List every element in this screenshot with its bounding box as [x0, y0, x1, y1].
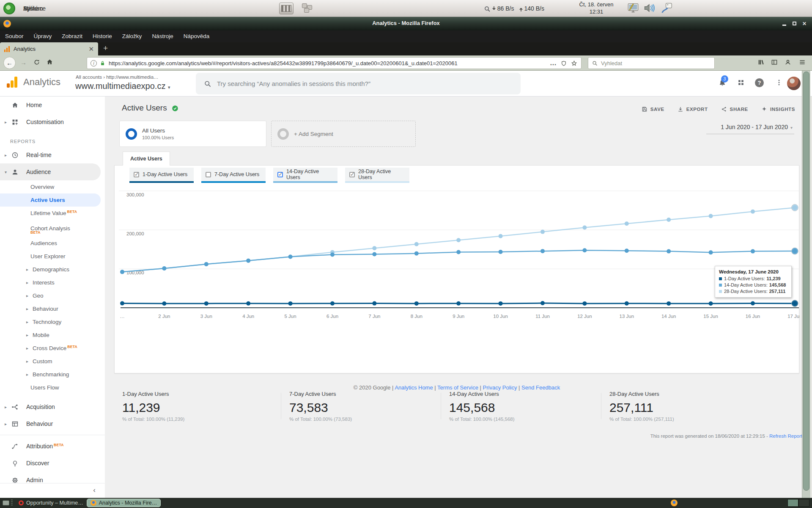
sidebar-item-demographics[interactable]: ▸Demographics	[0, 263, 105, 276]
url-text[interactable]: https://analytics.google.com/analytics/w…	[109, 60, 546, 66]
sidebar-item-discover[interactable]: Discover	[0, 455, 105, 472]
sidebar-item-custom[interactable]: ▸Custom	[0, 355, 105, 368]
checked-checkbox[interactable]: ✓	[349, 172, 355, 177]
scrollbar[interactable]	[802, 71, 810, 498]
toggle-1-day-active-users[interactable]: ✓1-Day Active Users	[129, 168, 194, 183]
unchecked-checkbox[interactable]	[206, 172, 211, 177]
chevron-right-icon[interactable]: ▸	[26, 372, 28, 377]
volume-tray-icon[interactable]	[643, 2, 655, 14]
window-titlebar[interactable]: Analytics - Mozilla Firefox ✕	[0, 17, 812, 30]
data-point[interactable]	[204, 301, 208, 306]
taskbar-window-opera[interactable]: Opportunity – Multime…	[15, 499, 87, 507]
footer-link-privacy-policy[interactable]: Privacy Policy	[483, 384, 517, 391]
sidebar-item-home[interactable]: Home	[0, 97, 105, 113]
add-segment-button[interactable]: + Add Segment	[271, 121, 416, 147]
account-icon[interactable]	[784, 58, 792, 66]
library-icon[interactable]	[757, 58, 765, 66]
data-point[interactable]	[330, 252, 335, 257]
display-settings-tray-icon[interactable]	[627, 2, 639, 14]
ga-brand[interactable]: Analytics	[7, 77, 60, 88]
sidebar-item-behaviour[interactable]: ▸Behaviour	[0, 415, 105, 432]
data-point[interactable]	[793, 205, 797, 210]
data-point[interactable]	[456, 250, 461, 254]
apps-grid-icon[interactable]	[737, 78, 745, 87]
tab-analytics[interactable]: Analytics ✕	[0, 42, 98, 55]
property-selector[interactable]: www.multimediaexpo.cz ▾	[75, 81, 170, 91]
sidebar-item-geo[interactable]: ▸Geo	[0, 289, 105, 302]
workspace-1[interactable]	[787, 499, 798, 507]
sidebar-item-behaviour[interactable]: ▸Behaviour	[0, 302, 105, 315]
data-point[interactable]	[162, 301, 166, 306]
data-point[interactable]	[120, 301, 124, 305]
menubar-item[interactable]: Soubor	[0, 30, 29, 42]
launcher-control-center-icon[interactable]	[279, 3, 294, 14]
share-button[interactable]: SHARE	[721, 106, 748, 113]
data-point[interactable]	[499, 301, 503, 306]
footer-link-analytics-home[interactable]: Analytics Home	[395, 384, 433, 391]
insights-button[interactable]: INSIGHTS	[761, 106, 795, 113]
bookmark-star-icon[interactable]	[571, 59, 578, 67]
data-point[interactable]	[667, 301, 671, 306]
clock-applet[interactable]: Čt, 18. červen 12:31	[573, 1, 620, 15]
sidebar-item-acquisition[interactable]: ▸Acquisition	[0, 398, 105, 415]
back-button[interactable]: ←	[3, 57, 16, 69]
panel-menu-systém[interactable]: Systém	[19, 0, 48, 17]
data-point[interactable]	[625, 221, 629, 226]
toggle-7-day-active-users[interactable]: 7-Day Active Users	[201, 168, 266, 183]
search-bar[interactable]: Vyhledat	[588, 57, 715, 69]
minimize-button[interactable]	[781, 21, 787, 27]
tab-close-icon[interactable]: ✕	[88, 45, 94, 53]
home-button[interactable]	[46, 58, 54, 66]
sidebar-item-audience[interactable]: ▾Audience	[0, 163, 101, 180]
chevron-right-icon[interactable]: ▸	[5, 405, 7, 409]
reload-button[interactable]	[33, 58, 41, 66]
sidebar-item-benchmarking[interactable]: ▸Benchmarking	[0, 368, 105, 381]
network-monitor-applet[interactable]: 86 B/s 140 B/s	[484, 0, 544, 17]
new-tab-button[interactable]: +	[103, 44, 108, 53]
data-point[interactable]	[582, 301, 587, 306]
chevron-right-icon[interactable]: ▸	[26, 267, 28, 272]
tab-active-users[interactable]: Active Users	[123, 152, 170, 166]
close-button[interactable]: ✕	[801, 21, 808, 27]
data-point[interactable]	[246, 259, 250, 263]
menubar-item[interactable]: Nástroje	[147, 30, 178, 42]
date-range-selector[interactable]: 1 Jun 2020 - 17 Jun 2020▾	[721, 124, 793, 130]
sidebar-collapse[interactable]: ‹	[0, 483, 105, 498]
toggle-14-day-active-users[interactable]: ✓14-Day Active Users	[273, 168, 337, 183]
sidebar-item-customisation[interactable]: ▸Customisation	[0, 113, 105, 130]
overflow-menu-icon[interactable]	[775, 78, 783, 87]
launcher-packages-icon[interactable]	[301, 3, 315, 14]
data-point[interactable]	[499, 250, 503, 254]
data-point[interactable]	[751, 301, 755, 306]
data-point[interactable]	[709, 214, 713, 218]
chevron-right-icon[interactable]: ▸	[26, 320, 28, 324]
data-point[interactable]	[330, 301, 335, 306]
workspace-2[interactable]	[798, 499, 809, 507]
data-point[interactable]	[120, 270, 124, 274]
chevron-right-icon[interactable]: ▸	[26, 293, 28, 298]
checked-checkbox[interactable]: ✓	[277, 172, 283, 177]
refresh-report-link[interactable]: Refresh Report	[769, 433, 802, 439]
data-point[interactable]	[372, 252, 376, 257]
hamburger-menu-icon[interactable]	[798, 58, 806, 66]
sidebars-icon[interactable]	[771, 58, 778, 66]
ga-search-box[interactable]: Try searching “Any anomalies in sessions…	[196, 73, 521, 94]
account-breadcrumb[interactable]: All accounts › http://www.multimedia…	[76, 75, 159, 80]
data-point[interactable]	[709, 250, 713, 254]
sidebar-item-cohort-analysis[interactable]: Cohort AnalysisBETA	[0, 220, 105, 237]
segment-all-users[interactable]: All Users 100.00% Users	[119, 121, 266, 147]
chevron-right-icon[interactable]: ▸	[26, 333, 28, 337]
data-point[interactable]	[540, 249, 545, 253]
tray-firefox-icon[interactable]	[671, 500, 678, 506]
chevron-right-icon[interactable]: ▸	[5, 120, 7, 124]
sidebar-item-mobile[interactable]: ▸Mobile	[0, 329, 105, 342]
data-point[interactable]	[582, 225, 587, 229]
export-button[interactable]: EXPORT	[677, 106, 708, 113]
sidebar-item-interests[interactable]: ▸Interests	[0, 276, 105, 289]
chevron-right-icon[interactable]: ▸	[26, 306, 28, 311]
help-icon[interactable]: ?	[755, 78, 764, 87]
data-point[interactable]	[499, 234, 503, 238]
sidebar-item-overview[interactable]: Overview	[0, 180, 105, 193]
data-point[interactable]	[456, 238, 461, 242]
page-actions-icon[interactable]: …	[550, 59, 557, 67]
